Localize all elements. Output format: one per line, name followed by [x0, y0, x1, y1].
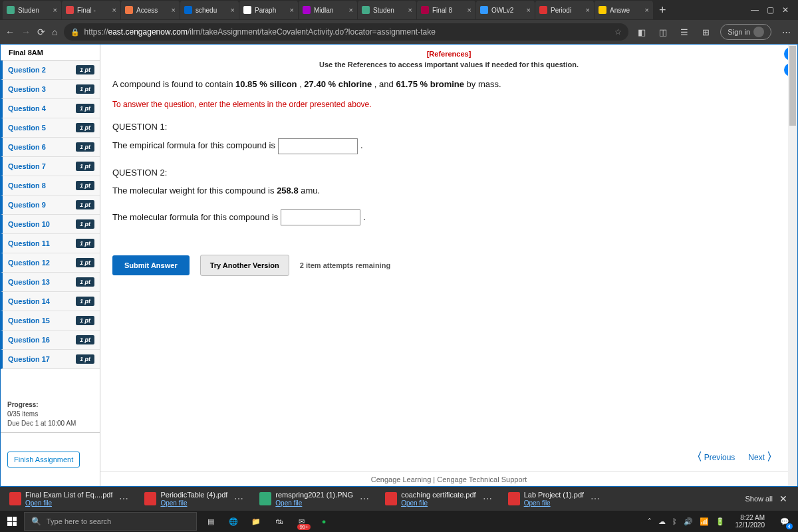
finish-assignment-button[interactable]: Finish Assignment [7, 452, 80, 467]
wifi-icon[interactable]: 📶 [700, 517, 709, 526]
url-bar[interactable]: 🔒 https://east.cengagenow.com/ilrn/takeA… [64, 23, 628, 41]
open-file-link[interactable]: Open file [275, 499, 353, 507]
try-another-button[interactable]: Try Another Version [200, 255, 289, 276]
close-icon[interactable]: × [467, 6, 471, 14]
browser-tab[interactable]: Answe× [595, 1, 653, 19]
browser-tab[interactable]: Final -× [62, 1, 120, 19]
taskbar-clock[interactable]: 8:22 AM 12/1/2020 [732, 514, 769, 529]
forward-button[interactable]: → [21, 27, 31, 37]
maximize-icon[interactable]: ▢ [767, 5, 774, 15]
taskbar-search[interactable]: 🔍 Type here to search [24, 512, 197, 531]
task-view-icon[interactable]: ▤ [201, 512, 221, 531]
close-icon[interactable]: × [172, 6, 176, 14]
question-nav-item[interactable]: Question 81 pt [1, 176, 100, 196]
close-icon[interactable]: × [349, 6, 353, 14]
show-all-downloads[interactable]: Show all [745, 495, 773, 503]
browser-tab[interactable]: Final 8× [417, 1, 475, 19]
more-icon[interactable]: ⋯ [480, 493, 495, 504]
download-item[interactable]: remspring2021 (1).PNGOpen file⋯ [254, 488, 377, 509]
battery-icon[interactable]: 🔋 [716, 517, 725, 526]
browser-tab[interactable]: Paraph× [239, 1, 298, 19]
browser-tab[interactable]: Access× [121, 1, 180, 19]
question-nav-item[interactable]: Question 21 pt [1, 61, 100, 80]
volume-icon[interactable]: 🔊 [684, 517, 693, 526]
open-file-link[interactable]: Open file [160, 499, 227, 507]
open-file-link[interactable]: Open file [401, 499, 476, 507]
question-nav-item[interactable]: Question 161 pt [1, 331, 100, 350]
close-icon[interactable]: × [408, 6, 412, 14]
question-nav-item[interactable]: Question 91 pt [1, 196, 100, 215]
close-icon[interactable]: × [290, 6, 294, 14]
browser-tab[interactable]: Studen× [3, 1, 61, 19]
submit-answer-button[interactable]: Submit Answer [112, 255, 190, 275]
collections-icon[interactable]: ⊞ [699, 27, 712, 37]
question-nav-item[interactable]: Question 71 pt [1, 157, 100, 176]
question-nav-item[interactable]: Question 121 pt [1, 253, 100, 273]
browser-tab[interactable]: Studen× [358, 1, 416, 19]
question-nav-item[interactable]: Question 141 pt [1, 292, 100, 311]
open-file-link[interactable]: Open file [524, 499, 585, 507]
question-nav-item[interactable]: Question 41 pt [1, 99, 100, 118]
notifications-icon[interactable]: 💬4 [775, 512, 794, 531]
references-link[interactable]: [References] [427, 50, 471, 58]
empirical-formula-input[interactable] [278, 138, 358, 154]
spotify-icon[interactable]: ● [314, 512, 334, 531]
close-icon[interactable]: × [53, 6, 57, 14]
new-tab-button[interactable]: + [654, 3, 672, 17]
browser-tab[interactable]: Periodi× [535, 1, 594, 19]
close-icon[interactable]: × [527, 6, 531, 14]
download-item[interactable]: PeriodicTable (4).pdfOpen file⋯ [139, 488, 251, 509]
mail-icon[interactable]: ✉99+ [291, 512, 311, 531]
signin-button[interactable]: Sign in [720, 24, 771, 40]
molecular-formula-input[interactable] [281, 209, 360, 225]
download-item[interactable]: coaching certificate.pdfOpen file⋯ [380, 488, 500, 509]
vertical-scrollbar[interactable] [788, 45, 797, 486]
explorer-icon[interactable]: 📁 [246, 512, 266, 531]
close-icon[interactable]: × [231, 6, 235, 14]
question-nav-item[interactable]: Question 111 pt [1, 234, 100, 253]
home-button[interactable]: ⌂ [52, 27, 57, 37]
compound-statement: A compound is found to contain 10.85 % s… [112, 78, 785, 92]
browser-tab[interactable]: schedu× [180, 1, 239, 19]
cengage-learning-link[interactable]: Cengage Learning [371, 475, 432, 483]
tech-support-link[interactable]: Cengage Technical Support [437, 475, 527, 483]
browser-tab[interactable]: OWLv2× [476, 1, 535, 19]
browser-tab[interactable]: Midlan× [299, 1, 357, 19]
more-icon[interactable]: ⋯ [231, 493, 246, 504]
previous-button[interactable]: 〈Previous [692, 450, 735, 464]
favorite-icon[interactable]: ☆ [614, 27, 622, 37]
question-nav-item[interactable]: Question 151 pt [1, 311, 100, 331]
favorites-icon[interactable]: ☰ [678, 27, 691, 37]
download-item[interactable]: Lab Project (1).pdfOpen file⋯ [503, 488, 608, 509]
refresh-button[interactable]: ⟳ [37, 27, 45, 37]
close-window-icon[interactable]: ✕ [782, 5, 789, 15]
extension-icon[interactable]: ◧ [635, 27, 648, 37]
extension-icon[interactable]: ◫ [656, 27, 670, 37]
start-button[interactable] [0, 511, 24, 532]
close-icon[interactable]: × [586, 6, 590, 14]
question1-label: QUESTION 1: [112, 120, 785, 134]
menu-icon[interactable]: ⋯ [779, 27, 793, 37]
bluetooth-icon[interactable]: ᛒ [672, 517, 677, 525]
more-icon[interactable]: ⋯ [357, 493, 372, 504]
question-nav-item[interactable]: Question 31 pt [1, 80, 100, 99]
download-item[interactable]: Final Exam List of Eq....pdfOpen file⋯ [4, 488, 136, 509]
question-nav-item[interactable]: Question 101 pt [1, 215, 100, 234]
question-nav-item[interactable]: Question 51 pt [1, 118, 100, 138]
close-icon[interactable]: × [645, 6, 649, 14]
question-nav-item[interactable]: Question 131 pt [1, 273, 100, 292]
question-nav-item[interactable]: Question 61 pt [1, 138, 100, 157]
store-icon[interactable]: 🛍 [269, 512, 289, 531]
back-button[interactable]: ← [5, 27, 15, 37]
close-icon[interactable]: × [112, 6, 116, 14]
edge-icon[interactable]: 🌐 [223, 512, 243, 531]
open-file-link[interactable]: Open file [25, 499, 112, 507]
next-button[interactable]: Next〉 [748, 450, 777, 464]
more-icon[interactable]: ⋯ [588, 493, 602, 504]
onedrive-icon[interactable]: ☁ [658, 517, 666, 526]
minimize-icon[interactable]: — [751, 5, 759, 15]
question-nav-item[interactable]: Question 171 pt [1, 350, 100, 369]
tray-expand-icon[interactable]: ˄ [648, 517, 652, 526]
more-icon[interactable]: ⋯ [116, 493, 131, 504]
close-downloads-icon[interactable]: ✕ [779, 493, 787, 504]
